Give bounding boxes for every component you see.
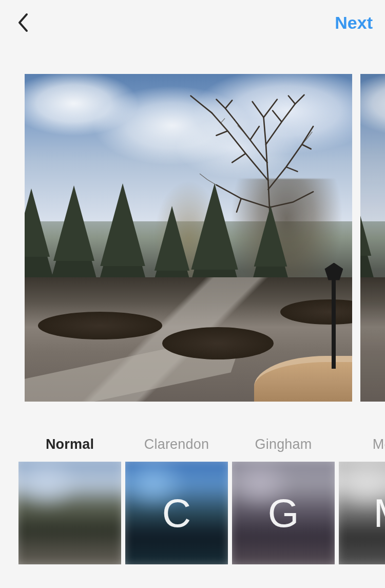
filter-thumbnail: C [125,462,228,564]
filter-label: Normal [46,437,94,452]
header-bar: Next [0,0,385,45]
filter-label: Moon [373,437,385,452]
filter-option-normal[interactable]: Normal [18,437,121,564]
preview-carousel[interactable] [0,45,385,402]
preview-photo[interactable] [25,74,352,402]
chevron-left-icon [16,12,29,33]
filter-thumbnail [18,462,121,564]
photo-content [25,74,352,402]
back-button[interactable] [12,12,33,33]
filter-thumbnail: M [339,462,385,564]
filter-label: Gingham [255,437,312,452]
filter-option-clarendon[interactable]: Clarendon C [125,437,228,564]
filter-letter: C [162,490,191,537]
filter-option-gingham[interactable]: Gingham G [232,437,335,564]
lamp-post-graphic [329,277,339,369]
filter-letter: G [268,490,299,537]
filter-letter: M [374,490,386,537]
filter-label: Clarendon [144,437,209,452]
filter-option-moon[interactable]: Moon M [339,437,385,564]
preview-photo-next[interactable] [360,74,385,402]
filter-thumbnail: G [232,462,335,564]
next-button[interactable]: Next [335,13,373,33]
filter-strip[interactable]: Normal Clarendon C Gingham G Moon M [0,437,385,564]
